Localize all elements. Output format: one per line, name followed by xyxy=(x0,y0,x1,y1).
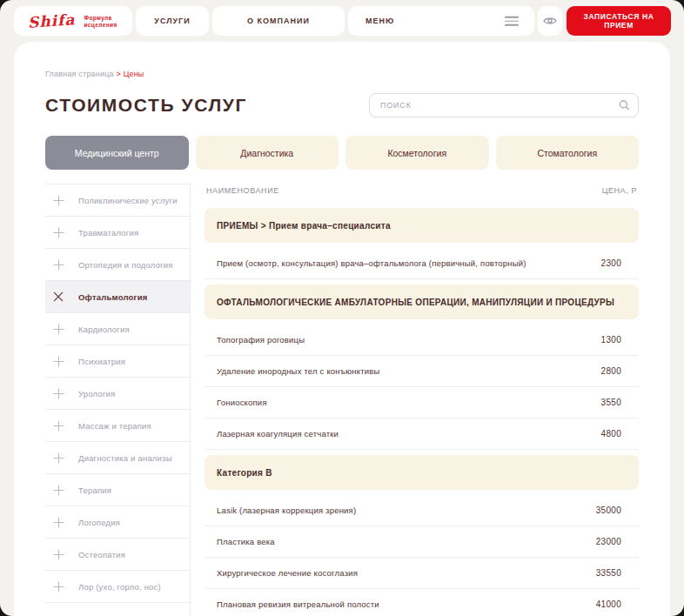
sidebar-item[interactable]: Диагностика и анализы xyxy=(45,442,190,474)
nav-services-button[interactable]: УСЛУГИ xyxy=(136,6,209,36)
hamburger-icon xyxy=(505,17,519,26)
breadcrumb-separator: > xyxy=(116,70,120,78)
sidebar-item[interactable]: Массаж и терапия xyxy=(45,410,190,442)
sidebar-item[interactable]: Остеопатия xyxy=(45,539,190,571)
plus-icon xyxy=(52,323,64,335)
sidebar-item-label: Лор (ухо, горло, нос) xyxy=(78,582,161,592)
tab-dentistry[interactable]: Стоматология xyxy=(496,136,640,170)
price-item-row: Плановая ревизия витреальной полости4100… xyxy=(205,589,639,616)
service-price: 41000 xyxy=(596,599,621,609)
service-name: Гониоскопия xyxy=(217,398,267,407)
price-item-row: Прием (осмотр, консультация) врача–офтал… xyxy=(205,248,639,279)
sidebar-item[interactable]: Терапия xyxy=(45,474,190,506)
tab-medical-center[interactable]: Медицинский центр xyxy=(45,136,189,170)
breadcrumb-home-link[interactable]: Главная страница xyxy=(45,70,114,78)
top-navigation: Shifa Формула исцеления УСЛУГИ О КОМПАНИ… xyxy=(0,0,684,36)
plus-icon xyxy=(52,387,64,399)
service-price: 3550 xyxy=(601,398,621,407)
page: Shifa Формула исцеления УСЛУГИ О КОМПАНИ… xyxy=(0,0,684,616)
price-item-row: Топография роговицы1300 xyxy=(205,325,639,356)
logo-tagline: Формула исцеления xyxy=(84,15,117,28)
title-row: СТОИМОСТЬ УСЛУГ xyxy=(45,92,639,118)
service-name: Пластика века xyxy=(217,537,275,546)
service-price: 1300 xyxy=(601,335,621,345)
content-card: Главная страница > Цены СТОИМОСТЬ УСЛУГ … xyxy=(14,42,670,616)
table-rows: ПРИЕМЫ > Прием врача–специалситаПрием (о… xyxy=(205,208,639,616)
section-label: ОФТАЛЬМОЛОГИЧЕСКИЕ АМБУЛАТОРНЫЕ ОПЕРАЦИИ… xyxy=(217,298,614,307)
plus-icon xyxy=(52,226,64,238)
price-item-row: Гониоскопия3550 xyxy=(205,387,639,418)
sidebar-item[interactable]: Офтальмология xyxy=(45,281,190,313)
logo[interactable]: Shifa Формула исцеления xyxy=(14,6,132,36)
plus-icon xyxy=(52,548,64,560)
service-name: Хирургическое лечение косоглазия xyxy=(217,568,358,578)
search-icon xyxy=(619,100,630,111)
sidebar-item-label: Поликлинические услуги xyxy=(78,196,178,205)
sidebar-item[interactable]: Логопедия xyxy=(45,506,190,539)
price-section-row: ОФТАЛЬМОЛОГИЧЕСКИЕ АМБУЛАТОРНЫЕ ОПЕРАЦИИ… xyxy=(205,285,639,319)
sidebar-item[interactable]: Травматалогия xyxy=(45,217,190,249)
sidebar-item-label: Урология xyxy=(78,389,115,398)
search-input[interactable] xyxy=(369,93,639,117)
sidebar-item-label: Логопедия xyxy=(78,518,120,527)
search-box xyxy=(369,93,639,117)
price-section-row: ПРИЕМЫ > Прием врача–специалсита xyxy=(205,208,639,243)
sidebar-item-label: Офтальмология xyxy=(78,292,148,302)
sidebar-item[interactable]: Психиатрия xyxy=(45,345,190,378)
table-header: НАИМЕНОВАНИЕ ЦЕНА, Р xyxy=(205,184,639,198)
sidebar-item[interactable]: Урология xyxy=(45,378,190,410)
content-area: Поликлинические услугиТравматалогияОртоп… xyxy=(45,184,639,616)
price-item-row: Удаление инородных тел с конъюнктивы2800 xyxy=(205,356,639,387)
service-price: 23000 xyxy=(596,537,621,546)
page-title: СТОИМОСТЬ УСЛУГ xyxy=(45,95,247,116)
logo-shifa-script: Shifa xyxy=(27,12,75,30)
sidebar-item-label: Травматалогия xyxy=(78,228,138,238)
breadcrumb-current[interactable]: Цены xyxy=(124,70,144,78)
service-price: 35000 xyxy=(596,506,621,515)
plus-icon xyxy=(52,194,64,206)
sidebar-item[interactable]: Ортопедия и подология xyxy=(45,249,190,281)
plus-icon xyxy=(52,516,64,528)
sidebar-item-label: Терапия xyxy=(78,485,111,495)
book-appointment-button[interactable]: ЗАПИСАТЬСЯ НА ПРИЕМ xyxy=(567,6,671,36)
price-table: НАИМЕНОВАНИЕ ЦЕНА, Р ПРИЕМЫ > Прием врач… xyxy=(205,184,639,616)
section-label: Категория В xyxy=(217,468,272,478)
service-name: Lasik (лазерная коррекция зрения) xyxy=(217,506,356,515)
close-icon xyxy=(52,291,64,303)
sidebar-item-label: Кардиология xyxy=(78,325,130,334)
sidebar-item[interactable]: Поликлинические услуги xyxy=(45,184,190,217)
price-section-row: Категория В xyxy=(205,455,639,490)
tab-cosmetology[interactable]: Косметология xyxy=(345,136,489,170)
service-name: Лазерная коагуляция сетчатки xyxy=(217,429,339,439)
plus-icon xyxy=(52,355,64,367)
sidebar-item[interactable]: Лор (ухо, горло, нос) xyxy=(45,571,190,603)
service-name: Удаление инородных тел с конъюнктивы xyxy=(217,366,380,376)
nav-menu-button[interactable]: МЕНЮ xyxy=(348,6,534,36)
service-price: 4800 xyxy=(601,429,621,439)
eye-icon xyxy=(543,16,557,26)
sidebar-item-label: Ортопедия и подология xyxy=(78,260,173,270)
service-price: 2800 xyxy=(601,366,621,376)
column-name: НАИМЕНОВАНИЕ xyxy=(206,186,279,195)
column-price: ЦЕНА, Р xyxy=(602,186,637,195)
accessibility-eye-button[interactable] xyxy=(538,6,562,36)
sidebar-item[interactable]: Кардиология xyxy=(45,313,190,345)
sidebar-item-label: Массаж и терапия xyxy=(78,421,151,431)
section-label: ПРИЕМЫ > Прием врача–специалсита xyxy=(217,221,391,231)
service-name: Топография роговицы xyxy=(217,335,305,345)
service-name: Прием (осмотр, консультация) врача–офтал… xyxy=(217,258,526,268)
nav-about-button[interactable]: О КОМПАНИИ xyxy=(212,6,345,36)
sidebar-item-label: Психиатрия xyxy=(78,357,125,366)
sidebar-item-label: Диагностика и анализы xyxy=(78,453,172,463)
price-item-row: Пластика века23000 xyxy=(205,526,639,558)
tab-diagnostics[interactable]: Диагностика xyxy=(196,136,339,170)
plus-icon xyxy=(52,452,64,464)
plus-icon xyxy=(52,258,64,271)
service-price: 33550 xyxy=(596,568,621,578)
service-price: 2300 xyxy=(601,258,621,268)
sidebar: Поликлинические услугиТравматалогияОртоп… xyxy=(45,184,191,616)
price-item-row: Лазерная коагуляция сетчатки4800 xyxy=(205,418,639,450)
service-name: Плановая ревизия витреальной полости xyxy=(217,599,379,609)
plus-icon xyxy=(52,580,64,593)
category-tabs: Медицинский центрДиагностикаКосметология… xyxy=(45,136,639,170)
